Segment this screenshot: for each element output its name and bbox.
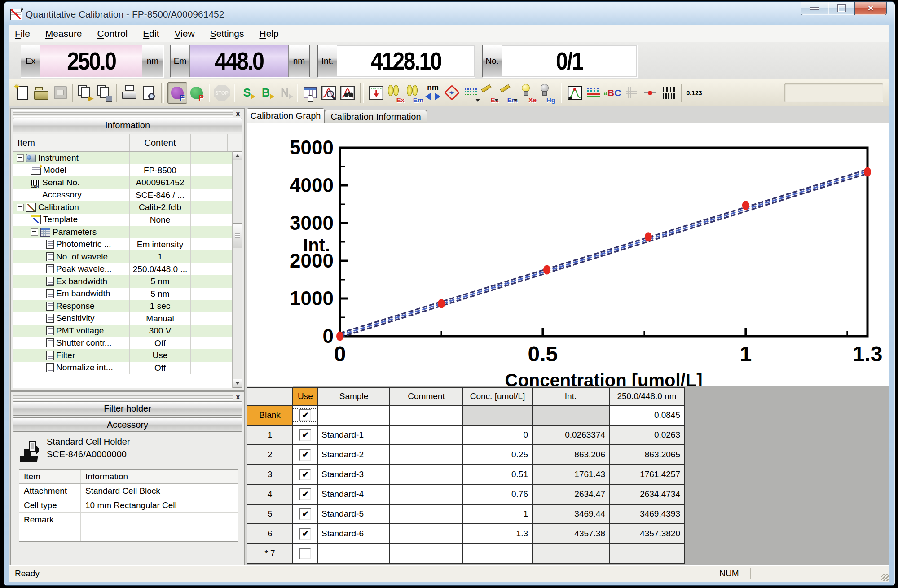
info-row-no-of-wavele[interactable]: No. of wavele...1	[13, 250, 242, 263]
title-bar[interactable]: Quantitative Calibration - FP-8500/A0009…	[9, 4, 890, 24]
fluorescence-mode-button[interactable]: F	[167, 82, 187, 104]
conc-cell[interactable]: 1	[463, 505, 532, 523]
sample-measure-button[interactable]: S	[238, 83, 256, 103]
comment-cell[interactable]	[390, 445, 462, 464]
info-row-template[interactable]: TemplateNone	[13, 214, 242, 226]
int-cell[interactable]: 0.0263374	[533, 426, 609, 444]
int-cell[interactable]: 863.206	[533, 445, 609, 464]
info-row-shutter-contr[interactable]: Shutter contr...Off	[13, 337, 242, 350]
comment-cell[interactable]	[390, 524, 462, 543]
use-checkbox[interactable]: ✔	[299, 449, 311, 461]
row-header-1[interactable]: 1	[247, 426, 292, 444]
resize-grip[interactable]	[881, 574, 889, 581]
blank-measure-button[interactable]: B	[256, 83, 275, 103]
scale-button[interactable]	[660, 83, 678, 103]
use-checkbox[interactable]: ✔	[299, 429, 311, 441]
sample-cell[interactable]: Standard-2	[318, 445, 389, 464]
info-row-normalize-int[interactable]: Normalize int...Off	[13, 362, 242, 374]
menu-settings[interactable]: Settings	[210, 28, 244, 39]
results-header-sample[interactable]: Sample	[318, 388, 389, 405]
info-row-photometric[interactable]: Photometric ...Em intensity	[13, 238, 242, 251]
use-checkbox[interactable]: ✔	[299, 488, 311, 500]
phosphorescence-mode-button[interactable]: P	[187, 83, 206, 103]
comment-cell[interactable]	[390, 544, 462, 563]
info-row-instrument[interactable]: Instrument	[13, 152, 242, 164]
comment-cell[interactable]	[390, 485, 462, 504]
minimize-button[interactable]	[801, 2, 828, 15]
info-row-peak-wavele[interactable]: Peak wavele...250.0/448.0 ...	[13, 263, 242, 276]
results-header-use[interactable]: Use	[293, 388, 317, 405]
int-cell[interactable]: 3469.44	[533, 505, 609, 523]
collapse-toggle-icon[interactable]	[17, 154, 24, 162]
sample-cell[interactable]: Standard-4	[318, 485, 389, 504]
nm-cell[interactable]: 863.2065	[610, 445, 684, 464]
row-header-7[interactable]: * 7	[247, 544, 292, 563]
info-row-model[interactable]: ModelFP-8500	[13, 164, 242, 177]
row-header-5[interactable]: 5	[247, 505, 292, 523]
info-row-pmt-voltage[interactable]: PMT voltage300 V	[13, 325, 242, 337]
info-row-serial-no[interactable]: Serial No.A000961452	[13, 176, 242, 189]
scroll-down-icon[interactable]	[233, 379, 242, 388]
print-preview-button[interactable]	[139, 83, 158, 103]
use-checkbox[interactable]	[299, 548, 311, 559]
menu-view[interactable]: View	[174, 28, 194, 39]
comment-cell[interactable]	[390, 505, 462, 523]
collapse-toggle-icon[interactable]	[31, 228, 38, 236]
sample-cell[interactable]	[318, 544, 389, 563]
tab-calibration-graph[interactable]: Calibration Graph	[247, 108, 325, 123]
panel-grip[interactable]	[13, 110, 233, 117]
open-file-button[interactable]	[32, 83, 51, 103]
panel-grip[interactable]	[13, 394, 233, 400]
n-measure-button[interactable]: N	[275, 83, 294, 103]
menu-file[interactable]: File	[15, 28, 30, 39]
results-header-conc-umol-l[interactable]: Conc. [umol/L]	[463, 388, 532, 405]
save-button[interactable]	[51, 83, 70, 103]
stop-button[interactable]: STOP	[212, 83, 231, 103]
conc-cell[interactable]: 1.3	[463, 524, 532, 543]
results-header-comment[interactable]: Comment	[390, 388, 462, 405]
hg-lamp-button[interactable]: Hg	[537, 83, 555, 103]
print-button[interactable]	[120, 83, 139, 103]
nm-cell[interactable]: 0.0263	[610, 426, 684, 444]
info-row-calibration[interactable]: CalibrationCalib-2.fclb	[13, 201, 242, 214]
signal-monitor-button[interactable]	[461, 83, 480, 103]
send-data-button[interactable]	[76, 83, 95, 103]
peak-display-button[interactable]	[565, 83, 584, 103]
use-checkbox[interactable]: ✔	[299, 469, 311, 480]
ex-slit-button[interactable]: Ex	[386, 83, 405, 103]
info-row-filter[interactable]: FilterUse	[13, 349, 242, 362]
sample-cell[interactable]: Standard-3	[318, 465, 389, 484]
xe-lamp-button[interactable]: Xe	[518, 83, 537, 103]
info-scrollbar[interactable]	[232, 151, 242, 388]
nm-cell[interactable]: 3469.4393	[610, 505, 684, 523]
conc-cell[interactable]: 0	[463, 426, 532, 444]
maximize-button[interactable]	[828, 2, 854, 15]
conc-cell[interactable]: 0.51	[463, 465, 532, 484]
auto-zero-button[interactable]	[367, 83, 386, 103]
new-file-button[interactable]	[13, 83, 32, 103]
comment-cell[interactable]	[390, 426, 462, 444]
menu-help[interactable]: Help	[260, 28, 279, 39]
em-marker-button[interactable]: Em	[499, 83, 518, 103]
menu-control[interactable]: Control	[97, 28, 128, 39]
info-row-ex-bandwidth[interactable]: Ex bandwidth5 nm	[13, 275, 242, 288]
nm-cell[interactable]: 0.0845	[610, 406, 684, 425]
nm-cell[interactable]	[610, 544, 684, 563]
info-row-accessory[interactable]: AccessorySCE-846 / ...	[13, 189, 242, 202]
int-cell[interactable]	[533, 406, 609, 425]
collapse-toggle-icon[interactable]	[17, 204, 24, 211]
int-cell[interactable]	[533, 544, 609, 563]
filter-holder-header[interactable]: Filter holder	[13, 401, 242, 416]
menu-measure[interactable]: Measure	[45, 28, 82, 39]
use-checkbox[interactable]: ✔	[299, 409, 311, 421]
menu-edit[interactable]: Edit	[143, 28, 159, 39]
int-cell[interactable]: 1761.43	[533, 465, 609, 484]
accessory-header[interactable]: Accessory	[13, 417, 242, 432]
conc-cell[interactable]: 0.25	[463, 445, 532, 464]
ex-marker-button[interactable]: Ex	[480, 83, 499, 103]
sample-cell[interactable]: Standard-6	[318, 524, 389, 543]
sample-cell[interactable]	[318, 406, 389, 425]
info-row-sensitivity[interactable]: SensitivityManual	[13, 312, 242, 325]
close-accessory-panel-button[interactable]: x	[234, 392, 242, 400]
info-row-response[interactable]: Response1 sec	[13, 300, 242, 312]
